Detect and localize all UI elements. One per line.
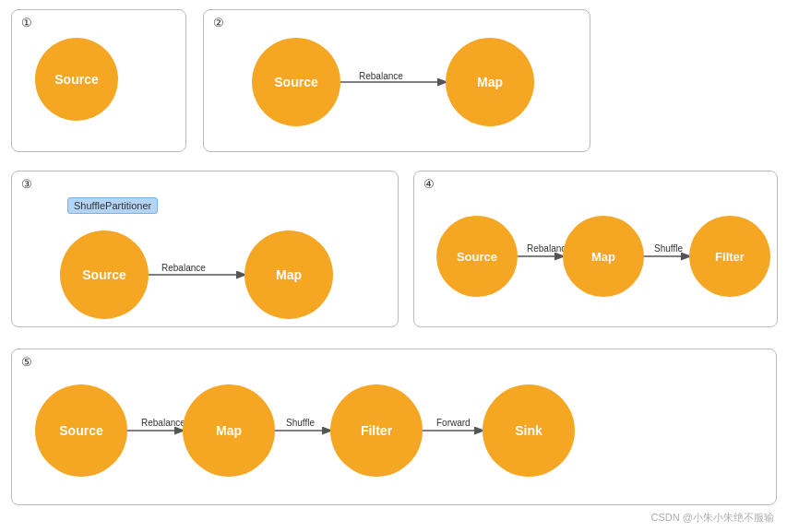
footer-text: CSDN @小朱小朱绝不服输 bbox=[651, 511, 774, 525]
arrow-label-d5-1: Shuffle bbox=[286, 418, 315, 428]
node-sink-d5: Sink bbox=[483, 384, 575, 477]
diagram-d4: ④RebalanceShuffleSourceMapFilter bbox=[413, 171, 778, 327]
arrow-label-d2-0: Rebalance bbox=[359, 71, 403, 81]
node-source-d4: Source bbox=[436, 216, 518, 297]
node-map-d2: Map bbox=[446, 38, 534, 126]
diagram-d1: ①Source bbox=[11, 9, 186, 152]
arrow-label-d5-0: Rebalance bbox=[141, 418, 185, 428]
node-map-d3: Map bbox=[244, 231, 333, 319]
arrow-label-d4-1: Shuffle bbox=[654, 243, 683, 254]
node-source-d3: Source bbox=[60, 231, 149, 319]
node-source-d5: Source bbox=[35, 384, 127, 477]
node-map-d4: Map bbox=[563, 216, 644, 297]
diagram-d2: ②RebalanceSourceMap bbox=[203, 9, 590, 152]
diagram-d5: ⑤RebalanceShuffleForwardSourceMapFilterS… bbox=[11, 349, 777, 505]
node-filter-d5: Filter bbox=[330, 384, 423, 477]
canvas: ①Source②RebalanceSourceMap③ShufflePartit… bbox=[0, 0, 787, 532]
arrow-label-d3-0: Rebalance bbox=[161, 263, 206, 273]
node-source-d2: Source bbox=[252, 38, 340, 126]
node-source-d1: Source bbox=[35, 38, 118, 121]
arrow-label-d5-2: Forward bbox=[436, 418, 471, 428]
diagram-d3: ③ShufflePartitionerRebalanceSourceMap bbox=[11, 171, 399, 327]
node-map-d5: Map bbox=[183, 384, 275, 477]
node-filter-d4: Filter bbox=[689, 216, 770, 297]
